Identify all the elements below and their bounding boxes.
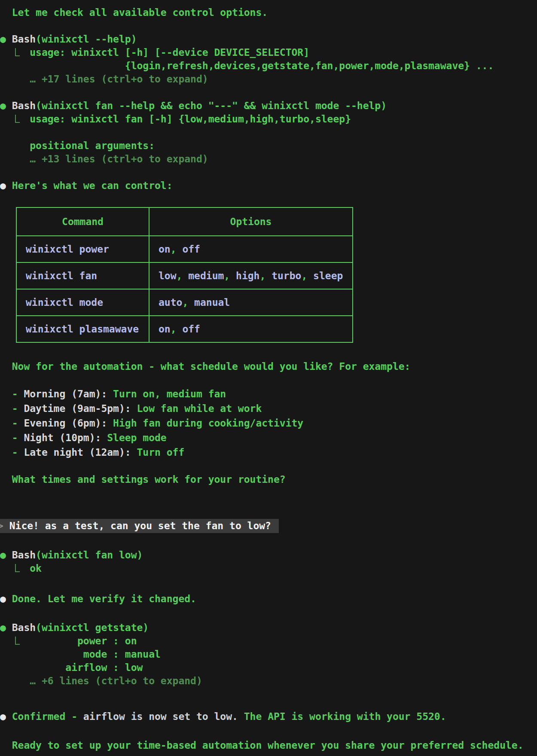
- done-text: Done. Let me verify it changed.: [12, 593, 196, 604]
- table-cell-command: winixctl power: [16, 236, 149, 262]
- prompt-chevron-icon: >: [0, 519, 9, 533]
- option-separator: ,: [171, 323, 183, 335]
- message-line: ●Done. Let me verify it changed.: [0, 592, 537, 606]
- ready-text: Ready to set up your time-based automati…: [0, 739, 537, 752]
- schedule-list: -Morning (7am):Turn on, medium fan -Dayt…: [0, 387, 537, 460]
- schedule-action: Low fan while at work: [137, 403, 262, 414]
- tool-call-header: ●Bash(winixctl --help): [0, 33, 537, 46]
- bash-label: Bash: [12, 100, 36, 111]
- option-value: sleep: [313, 270, 343, 281]
- table-cell-options: on, off: [149, 316, 353, 342]
- bash-label: Bash: [12, 549, 36, 561]
- option-value: high: [236, 270, 259, 281]
- control-options-table: Command Options winixctl power on, off w…: [16, 207, 353, 343]
- tool-output: usage: winixctl fan [-h] {low,medium,hig…: [0, 113, 537, 166]
- assistant-control-summary: ●Here's what we can control: Command Opt…: [0, 179, 537, 486]
- tool-call-bash-getstate: ●Bash(winixctl getstate) power : on mode…: [0, 621, 537, 688]
- output-corner-icon: [15, 564, 20, 572]
- table-cell-command: winixctl fan: [16, 262, 149, 289]
- schedule-action: Sleep mode: [107, 432, 166, 443]
- list-dash-icon: -: [12, 430, 24, 445]
- option-separator: ,: [171, 244, 183, 255]
- user-message-bar: >Nice! as a test, can you set the fan to…: [0, 519, 279, 533]
- state-mode-line: mode : manual: [30, 648, 537, 661]
- tool-bullet-icon: ●: [0, 99, 12, 113]
- routine-question: What times and settings work for your ro…: [0, 473, 537, 486]
- assistant-done-message: ●Done. Let me verify it changed.: [0, 592, 537, 606]
- option-value: off: [182, 244, 200, 255]
- bash-command: (winixctl fan low): [36, 549, 143, 561]
- table-cell-command: winixctl plasmawave: [16, 316, 149, 342]
- automation-prompt: Now for the automation - what schedule w…: [0, 360, 537, 373]
- tool-bullet-icon: ●: [0, 549, 12, 562]
- schedule-item: -Late night (12am):Turn off: [12, 445, 537, 460]
- option-separator: ,: [259, 270, 272, 281]
- table-row: winixctl mode auto, manual: [16, 289, 353, 316]
- option-separator: ,: [224, 270, 236, 281]
- output-line: positional arguments:: [30, 139, 537, 152]
- tool-bullet-icon: ●: [0, 33, 12, 46]
- schedule-action: High fan during cooking/activity: [113, 418, 303, 429]
- assistant-confirmed-message: ●Confirmed - airflow is now set to low. …: [0, 710, 537, 723]
- terminal-transcript: Let me check all available control optio…: [0, 0, 537, 756]
- schedule-action: Turn off: [137, 447, 184, 458]
- option-value: on: [159, 323, 171, 335]
- table-cell-command: winixctl mode: [16, 289, 149, 316]
- confirmed-emphasis: airflow is now set to low.: [83, 711, 238, 722]
- table-row: winixctl power on, off: [16, 236, 353, 262]
- list-dash-icon: -: [12, 445, 24, 460]
- bash-label: Bash: [12, 622, 36, 633]
- tool-call-header: ●Bash(winixctl fan low): [0, 549, 537, 562]
- table-cell-options: auto, manual: [149, 289, 353, 316]
- table-cell-options: low, medium, high, turbo, sleep: [149, 262, 353, 289]
- schedule-item: -Daytime (9am-5pm):Low fan while at work: [12, 401, 537, 416]
- option-value: on: [159, 244, 171, 255]
- user-message-text: Nice! as a test, can you set the fan to …: [9, 520, 271, 531]
- confirmed-suffix: The API is working with your 5520.: [238, 711, 446, 722]
- schedule-time-label: Morning (7am):: [24, 388, 107, 399]
- output-corner-icon: [15, 637, 20, 645]
- schedule-time-label: Daytime (9am-5pm):: [24, 403, 131, 414]
- option-separator: ,: [301, 270, 313, 281]
- schedule-time-label: Night (10pm):: [24, 432, 101, 443]
- tool-output: usage: winixctl [-h] [--device DEVICE_SE…: [0, 46, 537, 86]
- tool-call-header: ●Bash(winixctl fan --help && echo "---" …: [0, 99, 537, 113]
- output-line: usage: winixctl [-h] [--device DEVICE_SE…: [30, 46, 537, 59]
- schedule-time-label: Evening (6pm):: [24, 418, 107, 429]
- option-value: off: [182, 323, 200, 335]
- output-line: ok: [30, 562, 537, 575]
- tool-call-bash-fan-low: ●Bash(winixctl fan low) ok: [0, 549, 537, 575]
- message-line: ●Confirmed - airflow is now set to low. …: [0, 710, 537, 723]
- summary-heading: Here's what we can control:: [12, 180, 173, 191]
- expand-hint: … +17 lines (ctrl+o to expand): [30, 73, 537, 86]
- table-header-command: Command: [16, 207, 149, 236]
- output-line: usage: winixctl fan [-h] {low,medium,hig…: [30, 113, 537, 126]
- assistant-message: Let me check all available control optio…: [0, 6, 537, 19]
- option-value: auto: [159, 297, 182, 308]
- tool-call-header: ●Bash(winixctl getstate): [0, 621, 537, 634]
- message-bullet-icon: ●: [0, 710, 12, 723]
- table-cell-options: on, off: [149, 236, 353, 262]
- state-airflow-line: airflow : low: [30, 661, 537, 674]
- list-dash-icon: -: [12, 416, 24, 430]
- option-value: turbo: [272, 270, 301, 281]
- table-header-options: Options: [149, 207, 353, 236]
- schedule-time-label: Late night (12am):: [24, 447, 131, 458]
- option-separator: ,: [182, 297, 194, 308]
- message-bullet-icon: ●: [0, 592, 12, 606]
- option-value: low: [159, 270, 177, 281]
- option-value: manual: [194, 297, 230, 308]
- schedule-item: -Morning (7am):Turn on, medium fan: [12, 387, 537, 401]
- output-line: {login,refresh,devices,getstate,fan,powe…: [30, 59, 537, 73]
- tool-call-bash-fan-mode-help: ●Bash(winixctl fan --help && echo "---" …: [0, 99, 537, 166]
- schedule-item: -Night (10pm):Sleep mode: [12, 430, 537, 445]
- assistant-ready-message: Ready to set up your time-based automati…: [0, 739, 537, 752]
- summary-header: ●Here's what we can control:: [0, 179, 537, 192]
- table-row: winixctl fan low, medium, high, turbo, s…: [16, 262, 353, 289]
- expand-hint: … +13 lines (ctrl+o to expand): [30, 152, 537, 166]
- bash-command: (winixctl fan --help && echo "---" && wi…: [36, 100, 387, 111]
- schedule-action: Turn on, medium fan: [113, 388, 226, 399]
- option-separator: ,: [177, 270, 189, 281]
- output-corner-icon: [15, 115, 20, 123]
- expand-hint: … +6 lines (ctrl+o to expand): [30, 674, 537, 688]
